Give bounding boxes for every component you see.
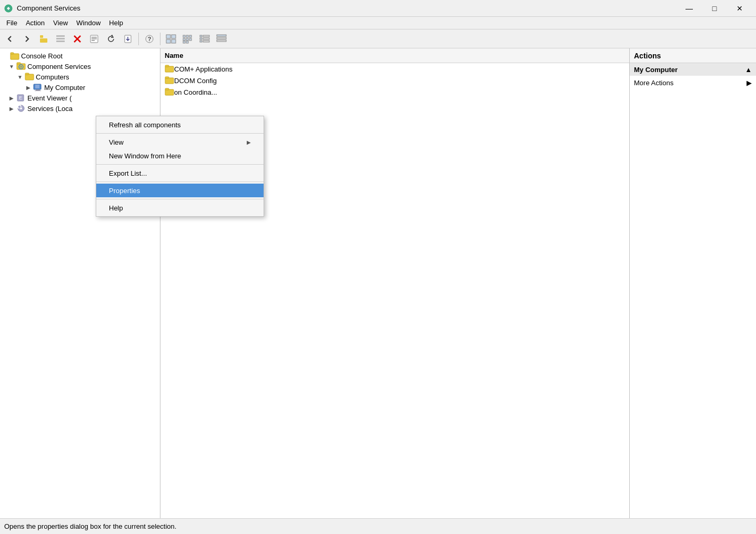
context-menu: Refresh all components View ▶ New Window… — [96, 116, 264, 217]
toolbar-up[interactable] — [36, 32, 52, 46]
menu-help[interactable]: Help — [105, 18, 127, 28]
content-item-dtc[interactable]: on Coordina... — [160, 86, 629, 98]
event-viewer-icon: E — [16, 93, 26, 103]
tree-toggle-services-local[interactable]: ▶ — [8, 105, 15, 112]
tree-item-my-computer[interactable]: ▶ My Computer — [0, 82, 160, 93]
context-menu-item-new-window[interactable]: New Window from Here — [96, 149, 264, 163]
context-menu-item-properties[interactable]: Properties — [96, 184, 264, 197]
context-menu-label-new-window: New Window from Here — [109, 152, 181, 160]
services-icon — [16, 104, 26, 113]
toolbar-export[interactable] — [120, 32, 136, 46]
content-label-dtc: on Coordina... — [174, 88, 217, 96]
toolbar-small-icons[interactable] — [180, 32, 196, 46]
tree-toggle-event-viewer[interactable]: ▶ — [8, 95, 15, 101]
tree-item-event-viewer[interactable]: ▶ E Event Viewer ( — [0, 93, 160, 103]
menu-action[interactable]: Action — [22, 18, 49, 28]
svg-rect-52 — [165, 78, 174, 84]
tree-item-console-root[interactable]: Console Root — [0, 51, 160, 61]
maximize-button[interactable]: □ — [702, 0, 727, 17]
tree-toggle-computers[interactable]: ▼ — [17, 74, 23, 80]
svg-rect-55 — [165, 88, 169, 90]
svg-rect-9 — [92, 40, 95, 41]
tree-item-computers[interactable]: ▼ Computers — [0, 72, 160, 82]
svg-rect-45 — [35, 90, 41, 91]
context-menu-sep-2 — [96, 164, 264, 165]
svg-rect-17 — [183, 35, 185, 37]
svg-rect-25 — [200, 35, 202, 37]
svg-rect-26 — [203, 35, 209, 37]
toolbar-large-icons[interactable] — [163, 32, 179, 46]
tree-label-console-root: Console Root — [21, 52, 63, 60]
toolbar-refresh[interactable] — [103, 32, 119, 46]
toolbar: ? — [0, 29, 756, 48]
context-menu-sep-3 — [96, 182, 264, 182]
context-menu-label-help: Help — [109, 204, 123, 212]
svg-rect-51 — [165, 65, 169, 67]
context-menu-item-refresh[interactable]: Refresh all components — [96, 118, 264, 132]
toolbar-list[interactable] — [53, 32, 68, 46]
svg-rect-23 — [183, 41, 185, 43]
context-menu-label-view: View — [109, 138, 124, 146]
svg-rect-19 — [189, 35, 191, 37]
svg-rect-14 — [172, 35, 176, 38]
svg-rect-32 — [217, 37, 226, 39]
tree-item-component-services[interactable]: ▼ Component Services — [0, 61, 160, 72]
menu-file[interactable]: File — [2, 18, 22, 28]
svg-rect-34 — [11, 54, 19, 59]
content-item-com-apps[interactable]: COM+ Applications — [160, 63, 629, 75]
tree-toggle-component-services[interactable]: ▼ — [8, 63, 15, 69]
svg-rect-43 — [35, 85, 39, 88]
svg-rect-24 — [186, 41, 188, 43]
actions-section-my-computer: My Computer ▲ — [630, 63, 756, 76]
svg-rect-31 — [217, 35, 226, 36]
menu-window[interactable]: Window — [72, 18, 105, 28]
actions-item-more-actions[interactable]: More Actions ▶ — [630, 76, 756, 89]
toolbar-list-view[interactable] — [197, 32, 213, 46]
svg-text:?: ? — [148, 36, 152, 42]
tree-toggle-console-root[interactable] — [2, 53, 8, 59]
svg-rect-21 — [186, 38, 188, 41]
toolbar-details-view[interactable] — [214, 32, 229, 46]
tree-label-my-computer: My Computer — [44, 84, 85, 92]
context-menu-item-export[interactable]: Export List... — [96, 166, 264, 180]
svg-rect-53 — [165, 77, 169, 78]
svg-rect-4 — [56, 38, 65, 39]
close-button[interactable]: ✕ — [728, 0, 752, 17]
context-menu-arrow-view: ▶ — [247, 139, 251, 145]
status-text: Opens the properties dialog box for the … — [4, 522, 176, 530]
svg-rect-20 — [183, 38, 185, 41]
svg-rect-16 — [172, 39, 176, 43]
folder-icon-dcom-config — [165, 76, 174, 85]
title-bar: Component Services — □ ✕ — [0, 0, 756, 17]
svg-rect-44 — [36, 89, 40, 90]
toolbar-sep-2 — [160, 33, 160, 45]
svg-rect-41 — [25, 73, 29, 75]
actions-section-label: My Computer — [634, 66, 678, 74]
svg-point-39 — [21, 66, 22, 68]
toolbar-delete[interactable] — [69, 32, 85, 46]
more-actions-arrow-icon: ▶ — [747, 79, 752, 87]
toolbar-sep-1 — [138, 33, 139, 45]
content-item-dcom-config[interactable]: DCOM Config — [160, 75, 629, 86]
tree-item-services-local[interactable]: ▶ Services (Loca — [0, 103, 160, 114]
minimize-button[interactable]: — — [677, 0, 701, 17]
context-menu-label-export: Export List... — [109, 169, 147, 177]
context-menu-item-help[interactable]: Help — [96, 201, 264, 215]
svg-rect-1 — [40, 35, 43, 38]
toolbar-back[interactable] — [2, 32, 18, 46]
tree-toggle-my-computer[interactable]: ▶ — [25, 84, 32, 90]
svg-rect-27 — [200, 38, 202, 39]
console-root-icon — [10, 51, 19, 61]
svg-rect-7 — [92, 37, 97, 38]
window-controls: — □ ✕ — [677, 0, 752, 17]
toolbar-properties[interactable] — [86, 32, 102, 46]
context-menu-item-view[interactable]: View ▶ — [96, 135, 264, 149]
menu-view[interactable]: View — [49, 18, 72, 28]
component-services-icon — [16, 62, 26, 71]
svg-rect-3 — [56, 35, 65, 37]
actions-section-collapse-icon[interactable]: ▲ — [745, 66, 752, 74]
context-menu-label-properties: Properties — [109, 187, 140, 195]
toolbar-forward[interactable] — [19, 32, 35, 46]
folder-icon-dtc — [165, 88, 174, 96]
toolbar-help[interactable]: ? — [142, 32, 157, 46]
